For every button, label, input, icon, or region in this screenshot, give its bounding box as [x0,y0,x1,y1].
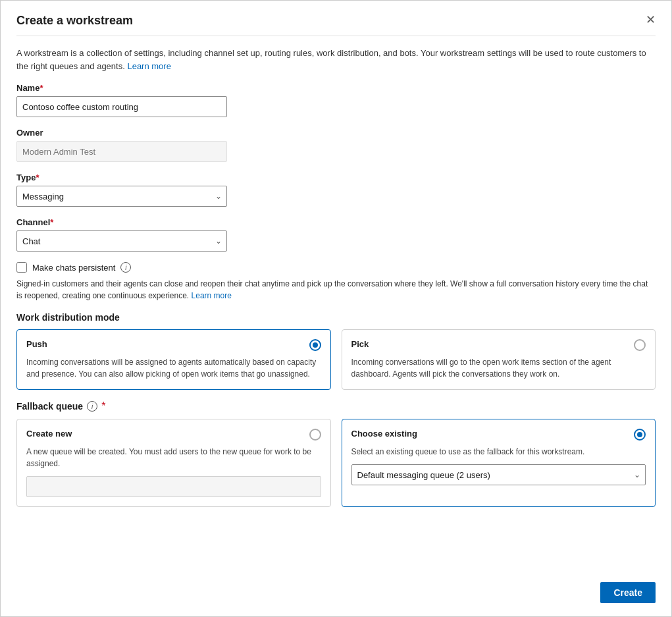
queue-select[interactable]: Default messaging queue (2 users) [351,464,646,485]
close-button[interactable]: ✕ [646,14,656,26]
owner-field-section: Owner [16,128,656,162]
pick-radio[interactable] [634,339,646,351]
channel-select[interactable]: Chat Voice Email [16,230,227,252]
channel-select-wrapper: Chat Voice Email ⌄ [16,230,227,252]
description-learn-more-link[interactable]: Learn more [127,61,170,71]
fallback-queue-options: Create new A new queue will be created. … [16,419,656,507]
push-card-title: Push [26,339,47,349]
create-new-header: Create new [26,429,321,441]
dialog-description: A workstream is a collection of settings… [16,47,656,72]
work-distribution-options: Push Incoming conversations will be assi… [16,329,656,390]
choose-existing-radio-inner [637,432,642,437]
owner-input [16,141,227,162]
choose-existing-title: Choose existing [351,429,417,439]
name-input[interactable] [16,96,227,117]
work-distribution-title: Work distribution mode [16,312,656,323]
channel-label: Channel* [16,217,656,227]
pick-option-card[interactable]: Pick Incoming conversations will go to t… [342,329,656,390]
dialog-title: Create a workstream [16,14,133,28]
persistent-checkbox-row: Make chats persistent i [16,262,656,273]
persistent-checkbox[interactable] [16,262,27,273]
create-new-desc: A new queue will be created. You must ad… [26,446,321,469]
push-radio[interactable] [309,339,321,351]
choose-existing-desc: Select an existing queue to use as the f… [351,446,646,458]
push-option-card[interactable]: Push Incoming conversations will be assi… [16,329,331,390]
type-field-section: Type* Messaging Voice Chat ⌄ [16,173,656,207]
push-card-header: Push [26,339,321,351]
persistent-learn-more-link[interactable]: Learn more [192,291,232,300]
push-radio-inner [313,342,318,348]
choose-existing-card[interactable]: Choose existing Select an existing queue… [342,419,656,507]
pick-card-desc: Incoming conversations will go to the op… [351,356,646,380]
persistent-info-icon: i [120,262,131,273]
pick-card-title: Pick [351,339,369,349]
name-field-section: Name* [16,83,656,117]
create-new-card[interactable]: Create new A new queue will be created. … [16,419,331,507]
fallback-queue-title: Fallback queue [16,401,83,412]
choose-existing-header: Choose existing [351,429,646,441]
create-button[interactable]: Create [600,582,656,603]
create-new-radio[interactable] [309,429,321,441]
header-divider [16,36,656,36]
dialog-header: Create a workstream ✕ [16,14,656,28]
push-card-desc: Incoming conversations will be assigned … [26,356,321,380]
create-new-title: Create new [26,429,72,439]
owner-label: Owner [16,128,656,138]
queue-select-wrapper: Default messaging queue (2 users) ⌄ [351,464,646,485]
persistent-description: Signed-in customers and their agents can… [16,278,648,302]
type-label: Type* [16,173,656,182]
name-label: Name* [16,83,656,93]
channel-field-section: Channel* Chat Voice Email ⌄ [16,217,656,252]
fallback-queue-header: Fallback queue i * [16,400,656,412]
dialog-footer: Create [600,582,656,603]
choose-existing-radio[interactable] [634,429,646,441]
type-select[interactable]: Messaging Voice Chat [16,186,227,207]
create-workstream-dialog: Create a workstream ✕ A workstream is a … [0,0,672,617]
create-new-input-placeholder [26,476,321,497]
persistent-checkbox-label[interactable]: Make chats persistent [32,263,115,273]
pick-card-header: Pick [351,339,646,351]
fallback-info-icon: i [87,401,97,412]
type-select-wrapper: Messaging Voice Chat ⌄ [16,186,227,207]
